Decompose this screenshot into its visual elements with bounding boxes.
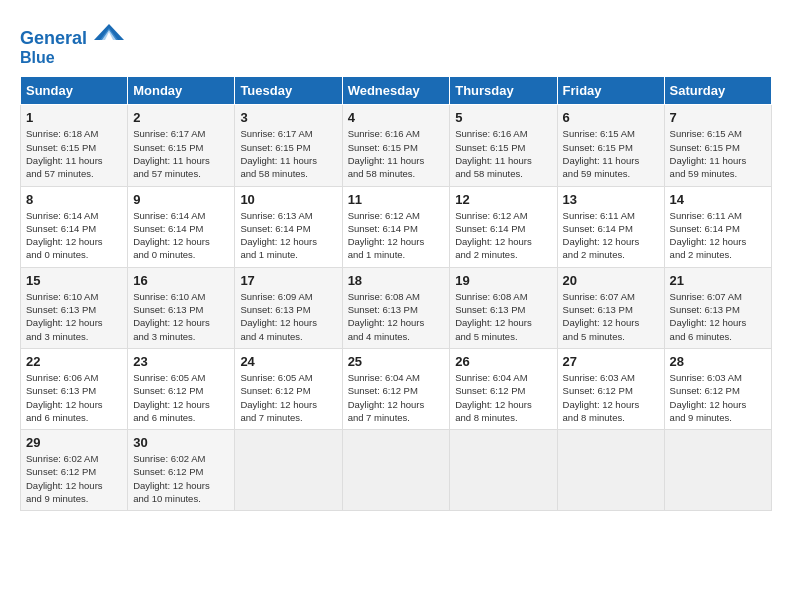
day-info: Sunrise: 6:08 AMSunset: 6:13 PMDaylight:… — [348, 290, 445, 343]
day-number: 27 — [563, 354, 659, 369]
logo-icon — [94, 20, 124, 44]
day-number: 19 — [455, 273, 551, 288]
calendar-cell: 30Sunrise: 6:02 AMSunset: 6:12 PMDayligh… — [128, 430, 235, 511]
day-number: 12 — [455, 192, 551, 207]
calendar-cell: 15Sunrise: 6:10 AMSunset: 6:13 PMDayligh… — [21, 267, 128, 348]
weekday-header-friday: Friday — [557, 77, 664, 105]
calendar-cell: 27Sunrise: 6:03 AMSunset: 6:12 PMDayligh… — [557, 348, 664, 429]
day-number: 18 — [348, 273, 445, 288]
day-info: Sunrise: 6:12 AMSunset: 6:14 PMDaylight:… — [348, 209, 445, 262]
logo-general: General — [20, 28, 87, 48]
calendar-cell: 12Sunrise: 6:12 AMSunset: 6:14 PMDayligh… — [450, 186, 557, 267]
calendar-table: SundayMondayTuesdayWednesdayThursdayFrid… — [20, 76, 772, 511]
day-number: 4 — [348, 110, 445, 125]
day-info: Sunrise: 6:02 AMSunset: 6:12 PMDaylight:… — [133, 452, 229, 505]
calendar-cell: 2Sunrise: 6:17 AMSunset: 6:15 PMDaylight… — [128, 105, 235, 186]
calendar-cell: 29Sunrise: 6:02 AMSunset: 6:12 PMDayligh… — [21, 430, 128, 511]
day-info: Sunrise: 6:16 AMSunset: 6:15 PMDaylight:… — [348, 127, 445, 180]
calendar-cell: 28Sunrise: 6:03 AMSunset: 6:12 PMDayligh… — [664, 348, 771, 429]
day-info: Sunrise: 6:14 AMSunset: 6:14 PMDaylight:… — [133, 209, 229, 262]
day-info: Sunrise: 6:18 AMSunset: 6:15 PMDaylight:… — [26, 127, 122, 180]
day-info: Sunrise: 6:07 AMSunset: 6:13 PMDaylight:… — [670, 290, 766, 343]
day-info: Sunrise: 6:10 AMSunset: 6:13 PMDaylight:… — [133, 290, 229, 343]
calendar-cell — [557, 430, 664, 511]
calendar-cell: 22Sunrise: 6:06 AMSunset: 6:13 PMDayligh… — [21, 348, 128, 429]
day-info: Sunrise: 6:12 AMSunset: 6:14 PMDaylight:… — [455, 209, 551, 262]
day-info: Sunrise: 6:13 AMSunset: 6:14 PMDaylight:… — [240, 209, 336, 262]
day-number: 9 — [133, 192, 229, 207]
day-number: 11 — [348, 192, 445, 207]
weekday-header-thursday: Thursday — [450, 77, 557, 105]
day-number: 16 — [133, 273, 229, 288]
calendar-cell: 5Sunrise: 6:16 AMSunset: 6:15 PMDaylight… — [450, 105, 557, 186]
calendar-cell: 26Sunrise: 6:04 AMSunset: 6:12 PMDayligh… — [450, 348, 557, 429]
day-info: Sunrise: 6:02 AMSunset: 6:12 PMDaylight:… — [26, 452, 122, 505]
calendar-cell: 7Sunrise: 6:15 AMSunset: 6:15 PMDaylight… — [664, 105, 771, 186]
day-number: 20 — [563, 273, 659, 288]
day-number: 15 — [26, 273, 122, 288]
day-number: 29 — [26, 435, 122, 450]
calendar-cell — [664, 430, 771, 511]
day-info: Sunrise: 6:15 AMSunset: 6:15 PMDaylight:… — [563, 127, 659, 180]
calendar-cell: 6Sunrise: 6:15 AMSunset: 6:15 PMDaylight… — [557, 105, 664, 186]
day-number: 7 — [670, 110, 766, 125]
calendar-cell — [450, 430, 557, 511]
day-info: Sunrise: 6:15 AMSunset: 6:15 PMDaylight:… — [670, 127, 766, 180]
calendar-cell: 8Sunrise: 6:14 AMSunset: 6:14 PMDaylight… — [21, 186, 128, 267]
day-info: Sunrise: 6:16 AMSunset: 6:15 PMDaylight:… — [455, 127, 551, 180]
day-number: 30 — [133, 435, 229, 450]
day-info: Sunrise: 6:05 AMSunset: 6:12 PMDaylight:… — [240, 371, 336, 424]
day-number: 1 — [26, 110, 122, 125]
day-number: 13 — [563, 192, 659, 207]
calendar-week-row: 8Sunrise: 6:14 AMSunset: 6:14 PMDaylight… — [21, 186, 772, 267]
calendar-cell: 19Sunrise: 6:08 AMSunset: 6:13 PMDayligh… — [450, 267, 557, 348]
day-number: 3 — [240, 110, 336, 125]
calendar-cell: 16Sunrise: 6:10 AMSunset: 6:13 PMDayligh… — [128, 267, 235, 348]
day-info: Sunrise: 6:06 AMSunset: 6:13 PMDaylight:… — [26, 371, 122, 424]
logo-blue: Blue — [20, 49, 124, 67]
calendar-cell: 18Sunrise: 6:08 AMSunset: 6:13 PMDayligh… — [342, 267, 450, 348]
day-info: Sunrise: 6:11 AMSunset: 6:14 PMDaylight:… — [563, 209, 659, 262]
page-header: General Blue — [20, 20, 772, 66]
weekday-header-saturday: Saturday — [664, 77, 771, 105]
day-info: Sunrise: 6:10 AMSunset: 6:13 PMDaylight:… — [26, 290, 122, 343]
calendar-cell — [235, 430, 342, 511]
calendar-cell: 23Sunrise: 6:05 AMSunset: 6:12 PMDayligh… — [128, 348, 235, 429]
calendar-cell — [342, 430, 450, 511]
day-number: 17 — [240, 273, 336, 288]
day-info: Sunrise: 6:11 AMSunset: 6:14 PMDaylight:… — [670, 209, 766, 262]
day-number: 24 — [240, 354, 336, 369]
day-info: Sunrise: 6:09 AMSunset: 6:13 PMDaylight:… — [240, 290, 336, 343]
weekday-header-tuesday: Tuesday — [235, 77, 342, 105]
logo-text: General — [20, 20, 124, 49]
day-info: Sunrise: 6:04 AMSunset: 6:12 PMDaylight:… — [348, 371, 445, 424]
calendar-cell: 3Sunrise: 6:17 AMSunset: 6:15 PMDaylight… — [235, 105, 342, 186]
day-number: 10 — [240, 192, 336, 207]
calendar-cell: 24Sunrise: 6:05 AMSunset: 6:12 PMDayligh… — [235, 348, 342, 429]
weekday-header-sunday: Sunday — [21, 77, 128, 105]
day-number: 23 — [133, 354, 229, 369]
day-number: 5 — [455, 110, 551, 125]
calendar-cell: 14Sunrise: 6:11 AMSunset: 6:14 PMDayligh… — [664, 186, 771, 267]
calendar-header-row: SundayMondayTuesdayWednesdayThursdayFrid… — [21, 77, 772, 105]
calendar-cell: 1Sunrise: 6:18 AMSunset: 6:15 PMDaylight… — [21, 105, 128, 186]
day-number: 6 — [563, 110, 659, 125]
calendar-cell: 13Sunrise: 6:11 AMSunset: 6:14 PMDayligh… — [557, 186, 664, 267]
day-number: 25 — [348, 354, 445, 369]
calendar-cell: 20Sunrise: 6:07 AMSunset: 6:13 PMDayligh… — [557, 267, 664, 348]
calendar-week-row: 22Sunrise: 6:06 AMSunset: 6:13 PMDayligh… — [21, 348, 772, 429]
calendar-cell: 10Sunrise: 6:13 AMSunset: 6:14 PMDayligh… — [235, 186, 342, 267]
day-info: Sunrise: 6:03 AMSunset: 6:12 PMDaylight:… — [670, 371, 766, 424]
day-info: Sunrise: 6:14 AMSunset: 6:14 PMDaylight:… — [26, 209, 122, 262]
calendar-body: 1Sunrise: 6:18 AMSunset: 6:15 PMDaylight… — [21, 105, 772, 511]
calendar-week-row: 15Sunrise: 6:10 AMSunset: 6:13 PMDayligh… — [21, 267, 772, 348]
logo: General Blue — [20, 20, 124, 66]
day-info: Sunrise: 6:05 AMSunset: 6:12 PMDaylight:… — [133, 371, 229, 424]
day-number: 21 — [670, 273, 766, 288]
day-info: Sunrise: 6:03 AMSunset: 6:12 PMDaylight:… — [563, 371, 659, 424]
day-info: Sunrise: 6:04 AMSunset: 6:12 PMDaylight:… — [455, 371, 551, 424]
calendar-cell: 9Sunrise: 6:14 AMSunset: 6:14 PMDaylight… — [128, 186, 235, 267]
calendar-cell: 21Sunrise: 6:07 AMSunset: 6:13 PMDayligh… — [664, 267, 771, 348]
day-info: Sunrise: 6:07 AMSunset: 6:13 PMDaylight:… — [563, 290, 659, 343]
calendar-week-row: 1Sunrise: 6:18 AMSunset: 6:15 PMDaylight… — [21, 105, 772, 186]
